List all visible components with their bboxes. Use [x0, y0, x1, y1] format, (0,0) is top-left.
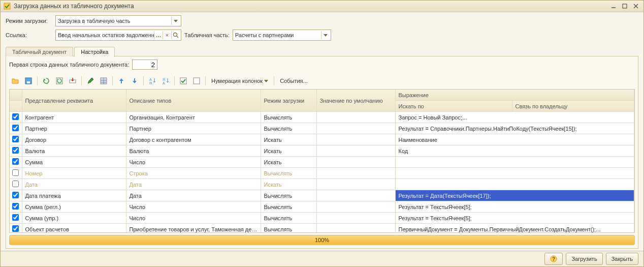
main-window: Загрузка данных из табличного документа …: [0, 0, 644, 267]
load-button[interactable]: Загрузить: [566, 253, 602, 265]
svg-rect-2: [623, 4, 627, 8]
sort-asc-icon[interactable]: АЯ: [146, 75, 158, 87]
col-types[interactable]: Описание типов: [126, 90, 261, 112]
sort-desc-icon[interactable]: ЯА: [159, 75, 172, 87]
svg-text:А: А: [149, 78, 152, 81]
tab-table-document[interactable]: Табличный документ: [6, 47, 73, 56]
numbering-dropdown[interactable]: Нумерация колонок: [208, 78, 271, 84]
titlebar: Загрузка данных из табличного документа: [1, 1, 643, 12]
svg-rect-0: [4, 3, 10, 9]
link-label: Ссылка:: [6, 32, 52, 38]
svg-point-5: [174, 33, 177, 37]
first-row-label: Первая строка данных табличного документ…: [9, 62, 129, 68]
col-mode[interactable]: Режим загрузки: [261, 90, 316, 112]
app-icon: [4, 3, 11, 10]
svg-text:Я: Я: [163, 78, 165, 81]
row-checkbox[interactable]: [12, 113, 19, 120]
table-row[interactable]: ДоговорДоговор с контрагентомИскатьНаиме…: [10, 134, 634, 145]
search-icon[interactable]: [171, 31, 180, 39]
window-title: Загрузка данных из табличного документа: [14, 3, 134, 10]
row-checkbox[interactable]: [12, 158, 19, 165]
chevron-down-icon[interactable]: [321, 31, 330, 39]
events-button[interactable]: События...: [277, 78, 311, 84]
svg-rect-19: [180, 78, 186, 84]
arrow-up-icon[interactable]: [115, 75, 127, 87]
svg-rect-8: [27, 81, 30, 83]
col-owner[interactable]: Связь по владельцу: [512, 101, 634, 112]
tab-panel-settings: Первая строка данных табличного документ…: [6, 56, 638, 249]
clear-icon[interactable]: ×: [163, 31, 171, 39]
table-row[interactable]: Дата платежаДатаВычислятьРезультат = Дат…: [10, 190, 634, 201]
refresh-columns-icon[interactable]: [53, 75, 66, 87]
svg-line-6: [177, 36, 178, 38]
toolbar: АЯ ЯА Нумерация колонок События...: [9, 75, 635, 87]
table-row[interactable]: НомерСтрокаВычислять: [10, 168, 634, 179]
row-checkbox[interactable]: [12, 136, 19, 142]
col-default[interactable]: Значение по умолчанию: [316, 90, 395, 112]
mode-dropdown[interactable]: Загрузка в табличную часть: [55, 15, 181, 26]
chevron-down-icon[interactable]: [171, 17, 180, 25]
tabstrip: Табличный документ Настройка: [6, 45, 638, 56]
help-button[interactable]: ?: [544, 253, 563, 265]
tabpart-dropdown[interactable]: Расчеты с партнерами: [233, 29, 331, 41]
table-row[interactable]: Сумма (упр.)ЧислоВычислятьРезультат = Те…: [10, 213, 634, 224]
check-all-icon[interactable]: [177, 75, 189, 87]
svg-text:А: А: [163, 81, 165, 85]
first-row-input[interactable]: [132, 60, 157, 70]
folder-open-icon[interactable]: [9, 75, 21, 87]
row-checkbox[interactable]: [12, 181, 19, 187]
save-icon[interactable]: [22, 75, 35, 87]
col-expr[interactable]: Выражение: [395, 90, 634, 101]
grid-icon[interactable]: [98, 75, 110, 87]
tabpart-label: Табличная часть:: [184, 32, 230, 38]
close-button[interactable]: [631, 3, 640, 10]
mode-label: Режим загрузки:: [6, 18, 52, 24]
refresh-icon[interactable]: [40, 75, 52, 87]
link-dropdown[interactable]: Ввод начальных остатков задолженно … ×: [55, 29, 181, 41]
row-checkbox[interactable]: [12, 214, 19, 221]
row-checkbox[interactable]: [12, 225, 19, 232]
table-row[interactable]: ПартнерПартнерВычислятьРезультат = Справ…: [10, 123, 634, 134]
svg-text:Я: Я: [149, 81, 152, 85]
minimize-button[interactable]: [609, 3, 618, 10]
maximize-button[interactable]: [620, 3, 629, 10]
tab-settings[interactable]: Настройка: [74, 47, 115, 56]
table-row[interactable]: ДатаДатаИскать: [10, 179, 634, 190]
arrow-down-icon[interactable]: [128, 75, 141, 87]
table-row[interactable]: СуммаЧислоИскать: [10, 157, 634, 168]
svg-text:?: ?: [552, 256, 555, 262]
insert-value-icon[interactable]: [67, 75, 79, 87]
settings-grid[interactable]: Представление реквизита Описание типов Р…: [9, 89, 635, 233]
table-row[interactable]: КонтрагентОрганизация, КонтрагентВычисля…: [10, 112, 634, 123]
svg-rect-20: [194, 78, 200, 84]
table-row[interactable]: ВалютаВалютаИскатьКод: [10, 145, 634, 157]
progress-bar: 100%: [9, 235, 635, 245]
edit-icon[interactable]: [84, 75, 96, 87]
row-checkbox[interactable]: [12, 125, 19, 131]
table-row[interactable]: Сумма (регл.)ЧислоВычислятьРезультат = Т…: [10, 201, 634, 213]
close-footer-button[interactable]: Закрыть: [606, 253, 638, 265]
uncheck-all-icon[interactable]: [190, 75, 203, 87]
footer: ? Загрузить Закрыть: [1, 251, 643, 266]
row-checkbox[interactable]: [12, 192, 19, 198]
col-search[interactable]: Искать по: [395, 101, 512, 112]
ellipsis-icon[interactable]: …: [154, 31, 163, 39]
table-row[interactable]: Объект расчетовПриобретение товаров и ус…: [10, 224, 634, 233]
row-checkbox[interactable]: [12, 203, 19, 210]
row-checkbox[interactable]: [12, 147, 19, 154]
row-checkbox[interactable]: [12, 169, 19, 176]
col-repr[interactable]: Представление реквизита: [22, 90, 126, 112]
